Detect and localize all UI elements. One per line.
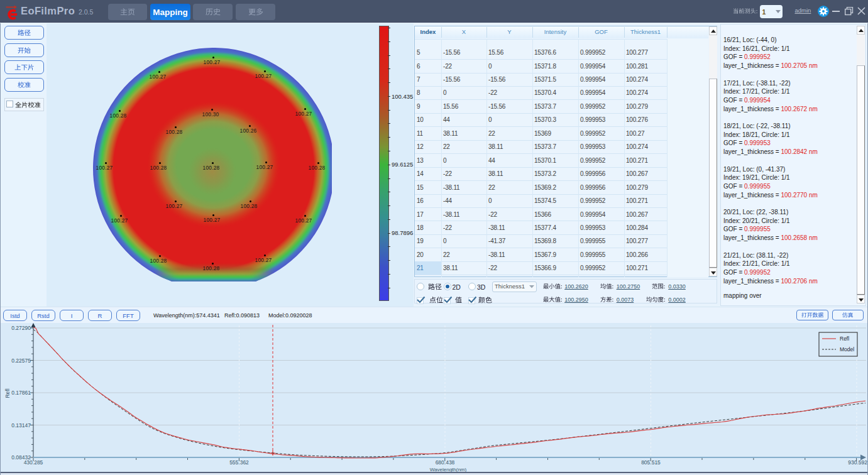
- svg-text:805.515: 805.515: [641, 459, 661, 466]
- svg-text:Model: Model: [840, 346, 854, 352]
- svg-text:Refl: Refl: [4, 388, 11, 398]
- svg-text:0.27290: 0.27290: [11, 325, 31, 331]
- svg-text:0.22575: 0.22575: [11, 358, 31, 364]
- svg-text:0.13147: 0.13147: [11, 422, 31, 429]
- svg-text:555.362: 555.362: [229, 459, 249, 466]
- svg-text:930.592: 930.592: [848, 459, 867, 466]
- svg-text:Refl: Refl: [840, 336, 849, 342]
- svg-text:680.438: 680.438: [436, 459, 455, 466]
- svg-text:0.17861: 0.17861: [11, 390, 31, 396]
- svg-text:430.285: 430.285: [24, 459, 43, 466]
